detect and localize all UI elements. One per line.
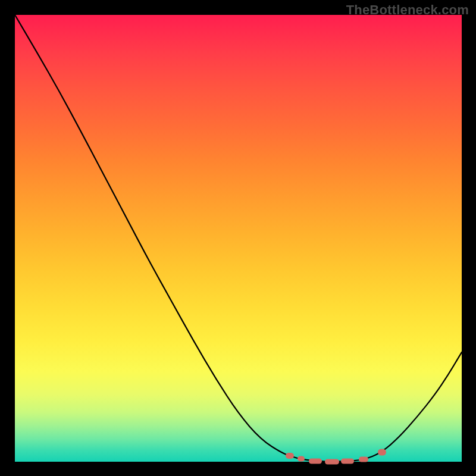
watermark-text: TheBottleneck.com: [346, 2, 469, 18]
plot-area: [15, 15, 462, 462]
main-curve: [15, 15, 462, 462]
chart-frame: TheBottleneck.com: [0, 0, 476, 476]
curve-layer: [15, 15, 462, 462]
